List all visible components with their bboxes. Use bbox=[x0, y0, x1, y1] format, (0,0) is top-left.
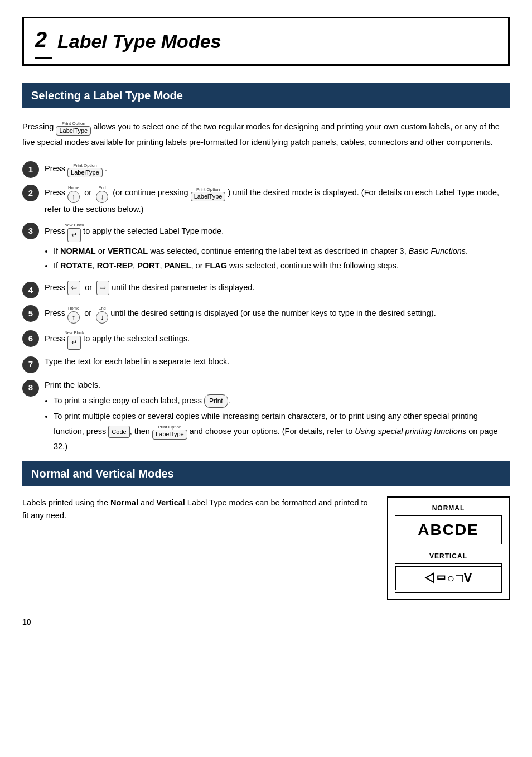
print-option-s1: Print Option bbox=[73, 163, 96, 168]
return-key-s3: New Block ↵ bbox=[67, 228, 81, 242]
chapter-header: 2 Label Type Modes bbox=[22, 17, 510, 66]
step-content-3: Press New Block ↵ to apply the selected … bbox=[45, 221, 510, 275]
step-num-6: 6 bbox=[22, 330, 39, 347]
step-num-5: 5 bbox=[22, 305, 39, 322]
step-num-7: 7 bbox=[22, 356, 39, 373]
new-block-label-s3: New Block bbox=[64, 222, 84, 229]
label-type-key-s8-wrapper: Print Option LabelType bbox=[152, 423, 187, 441]
or-text-s4: or bbox=[85, 283, 92, 292]
print-option-label-intro: Print Option bbox=[62, 121, 85, 127]
step-3-bullet-1: If NORMAL or VERTICAL was selected, cont… bbox=[54, 245, 510, 258]
section2-intro: Labels printed using the Normal and Vert… bbox=[22, 496, 370, 522]
label-type-key-intro: Print Option LabelType bbox=[56, 126, 91, 136]
home-label-s5: Home bbox=[68, 305, 79, 312]
new-block-label-s6: New Block bbox=[64, 330, 84, 336]
up-arrow-s2: Home ↑ bbox=[67, 191, 80, 203]
label-type-key-s2: Print Option LabelType bbox=[191, 192, 226, 201]
step-5: 5 Press Home ↑ or End ↓ until the desire… bbox=[22, 304, 510, 324]
or-text-s2: or bbox=[84, 189, 91, 197]
down-arrow-s5: End ↓ bbox=[96, 311, 108, 324]
step-content-7: Type the text for each label in a separa… bbox=[45, 355, 510, 368]
or-text-s5: or bbox=[84, 308, 91, 317]
step-8-bullet-2: To print multiple copies or several copi… bbox=[54, 411, 510, 452]
normal-mode-text: ABCDE bbox=[395, 515, 502, 544]
step-1: 1 Press Print Option LabelType . bbox=[22, 160, 510, 178]
step-4: 4 Press ⇦ or ⇨ until the desired paramet… bbox=[22, 281, 510, 298]
step-2: 2 Press Home ↑ or End ↓ (or continue pre… bbox=[22, 184, 510, 216]
label-preview-box: NORMAL ABCDE VERTICAL ◁▭○□Ꮩ bbox=[387, 496, 510, 600]
print-key-s8: Print bbox=[204, 394, 228, 408]
end-label-s2: End bbox=[98, 185, 105, 191]
up-arrow-s5: Home ↑ bbox=[67, 311, 80, 324]
step-num-3: 3 bbox=[22, 223, 39, 239]
step-3: 3 Press New Block ↵ to apply the selecte… bbox=[22, 221, 510, 275]
return-key-s6-wrapper: New Block ↵ bbox=[67, 329, 81, 350]
vertical-mode-text: ◁▭○□Ꮩ bbox=[395, 563, 502, 593]
return-key-s3-wrapper: New Block ↵ bbox=[67, 221, 81, 242]
print-option-s2: Print Option bbox=[196, 187, 220, 192]
label-type-key-s1-wrapper: Print Option LabelType bbox=[67, 160, 103, 178]
step-3-bullet-2: If ROTATE, ROT-REP, PORT, PANEL, or FLAG… bbox=[54, 260, 510, 272]
return-key-s6: New Block ↵ bbox=[67, 336, 81, 350]
step-content-8: Print the labels. To print a single copy… bbox=[45, 379, 510, 456]
step-7: 7 Type the text for each label in a sepa… bbox=[22, 355, 510, 373]
label-type-key-s2-wrapper: Print Option LabelType bbox=[191, 185, 226, 202]
left-nav-key-s4: ⇦ bbox=[67, 281, 80, 295]
step-8-bullets: To print a single copy of each label, pr… bbox=[54, 394, 510, 452]
home-label-s2: Home bbox=[68, 185, 79, 191]
step-content-2: Press Home ↑ or End ↓ (or continue press… bbox=[45, 184, 510, 216]
special-functions-link: Using special printing functions bbox=[355, 427, 466, 436]
down-arrow-wrapper-s5: End ↓ bbox=[96, 304, 108, 324]
step-num-2: 2 bbox=[22, 185, 39, 201]
step-num-4: 4 bbox=[22, 282, 39, 298]
label-type-key-s8: Print Option LabelType bbox=[152, 430, 187, 439]
chapter-number: 2 bbox=[35, 24, 52, 59]
step-3-bullets: If NORMAL or VERTICAL was selected, cont… bbox=[54, 245, 510, 273]
section1-header: Selecting a Label Type Mode bbox=[22, 83, 510, 108]
step-content-6: Press New Block ↵ to apply the selected … bbox=[45, 329, 510, 350]
step-8: 8 Print the labels. To print a single co… bbox=[22, 379, 510, 456]
end-label-s5: End bbox=[98, 305, 105, 312]
step-8-bullet-1: To print a single copy of each label, pr… bbox=[54, 394, 510, 408]
steps-list: 1 Press Print Option LabelType . 2 Press… bbox=[22, 160, 510, 455]
up-arrow-wrapper-s5: Home ↑ bbox=[67, 304, 80, 324]
up-arrow-wrapper-s2: Home ↑ bbox=[67, 184, 80, 203]
step-num-1: 1 bbox=[22, 161, 39, 178]
section2-header: Normal and Vertical Modes bbox=[22, 461, 510, 486]
code-key-s8: Code bbox=[108, 426, 129, 438]
bottom-section: Labels printed using the Normal and Vert… bbox=[22, 496, 510, 600]
chapter-title: Label Type Modes bbox=[57, 27, 221, 56]
step-content-1: Press Print Option LabelType . bbox=[45, 160, 510, 178]
page-number: 10 bbox=[22, 616, 510, 628]
intro-paragraph: Pressing Print Option LabelType allows y… bbox=[22, 118, 510, 149]
right-nav-key-s4: ⇨ bbox=[96, 281, 109, 295]
step-content-4: Press ⇦ or ⇨ until the desired parameter… bbox=[45, 281, 510, 295]
vertical-mode-label: VERTICAL bbox=[395, 551, 502, 561]
step-content-5: Press Home ↑ or End ↓ until the desired … bbox=[45, 304, 510, 324]
print-option-s8: Print Option bbox=[158, 425, 181, 430]
normal-mode-label: NORMAL bbox=[395, 503, 502, 513]
label-type-key-intro-wrapper: Print Option LabelType bbox=[56, 118, 91, 136]
down-arrow-s2: End ↓ bbox=[96, 191, 108, 203]
label-type-key-s1: Print Option LabelType bbox=[67, 168, 103, 177]
down-arrow-wrapper-s2: End ↓ bbox=[96, 184, 108, 203]
step-num-8: 8 bbox=[22, 380, 39, 397]
step-6: 6 Press New Block ↵ to apply the selecte… bbox=[22, 329, 510, 350]
